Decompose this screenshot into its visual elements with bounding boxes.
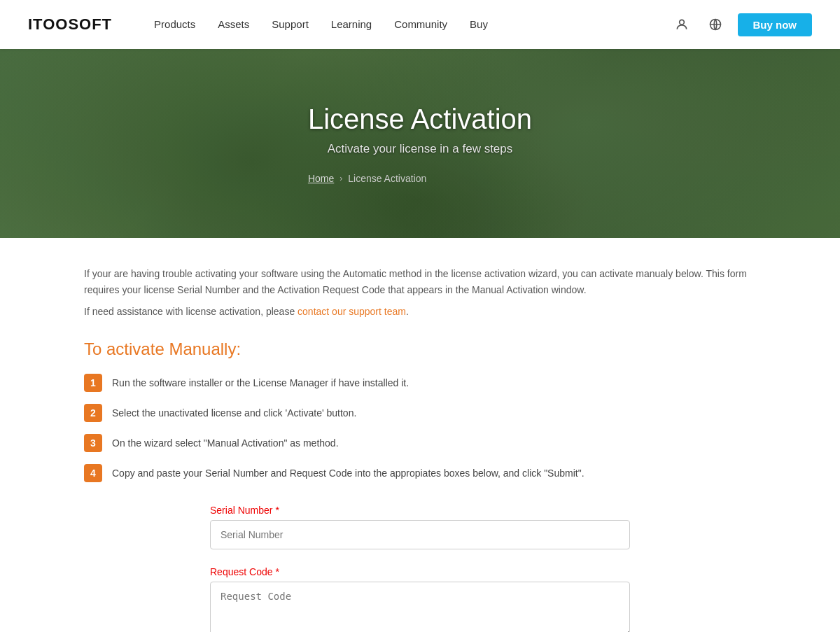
hero-subtitle: Activate your license in a few steps <box>308 142 532 156</box>
main-content: If your are having trouble activating yo… <box>70 238 770 632</box>
step-2: 2 Select the unactivated license and cli… <box>84 403 756 422</box>
navbar: ITOOSOFT Products Assets Support Learnin… <box>0 0 840 49</box>
section-title: To activate Manually: <box>84 339 756 359</box>
step-1-number: 1 <box>84 374 102 392</box>
nav-support[interactable]: Support <box>272 18 309 30</box>
nav-buy[interactable]: Buy <box>470 18 488 30</box>
request-field: Request Code * <box>210 566 630 632</box>
hero-title: License Activation <box>308 104 532 135</box>
language-icon[interactable] <box>704 13 727 36</box>
step-2-text: Select the unactivated license and click… <box>112 403 356 421</box>
breadcrumb-separator: › <box>340 174 342 183</box>
step-3-text: On the wizard select "Manual Activation"… <box>112 433 339 451</box>
request-input[interactable] <box>210 582 630 632</box>
step-1-text: Run the software installer or the Licens… <box>112 373 409 391</box>
hero-section: License Activation Activate your license… <box>0 49 840 238</box>
step-4-number: 4 <box>84 464 102 482</box>
nav-products[interactable]: Products <box>154 18 195 30</box>
breadcrumb: Home › License Activation <box>308 173 532 184</box>
serial-field: Serial Number * <box>210 505 630 549</box>
nav-community[interactable]: Community <box>394 18 447 30</box>
nav-learning[interactable]: Learning <box>331 18 372 30</box>
nav-assets[interactable]: Assets <box>218 18 249 30</box>
intro-suffix: . <box>406 306 409 317</box>
activation-form: Serial Number * Request Code * ✓ ¡Operac… <box>84 505 756 632</box>
breadcrumb-home[interactable]: Home <box>308 173 334 184</box>
logo: ITOOSOFT <box>28 15 112 34</box>
intro-paragraph-2: If need assistance with license activati… <box>84 304 756 320</box>
step-4-text: Copy and paste your Serial Number and Re… <box>112 463 584 481</box>
buy-button[interactable]: Buy now <box>738 13 813 36</box>
request-label: Request Code * <box>210 566 630 577</box>
support-link[interactable]: contact our support team <box>298 306 406 317</box>
navbar-actions: Buy now <box>671 13 813 36</box>
intro-prefix: If need assistance with license activati… <box>84 306 298 317</box>
step-3-number: 3 <box>84 434 102 452</box>
breadcrumb-current: License Activation <box>348 173 426 184</box>
user-icon[interactable] <box>671 13 693 36</box>
step-2-number: 2 <box>84 404 102 422</box>
step-3: 3 On the wizard select "Manual Activatio… <box>84 433 756 452</box>
step-4: 4 Copy and paste your Serial Number and … <box>84 463 756 482</box>
steps-list: 1 Run the software installer or the Lice… <box>84 373 756 482</box>
hero-content: License Activation Activate your license… <box>308 104 532 184</box>
step-1: 1 Run the software installer or the Lice… <box>84 373 756 392</box>
intro-paragraph-1: If your are having trouble activating yo… <box>84 266 756 298</box>
svg-point-0 <box>679 20 684 24</box>
nav-menu: Products Assets Support Learning Communi… <box>154 18 670 31</box>
serial-input[interactable] <box>210 520 630 549</box>
serial-label: Serial Number * <box>210 505 630 516</box>
